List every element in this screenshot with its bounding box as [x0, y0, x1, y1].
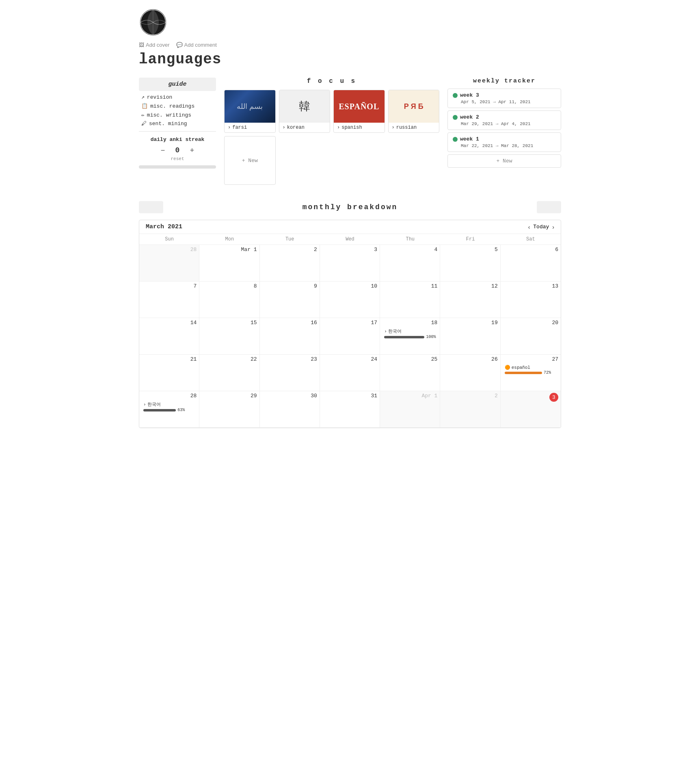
russian-chevron-icon: ›	[392, 125, 395, 130]
calendar-wrapper: March 2021 ‹ Today › Sun Mon Tue Wed Thu…	[139, 220, 561, 428]
event-korean-28[interactable]: › 한국어 63%	[142, 401, 197, 413]
week3-dates: Apr 5, 2021 → Apr 11, 2021	[461, 100, 556, 104]
cal-cell-8[interactable]: 8	[199, 281, 259, 318]
farsi-image	[225, 90, 275, 123]
spanish-bar-27	[505, 372, 542, 374]
cal-cell-mar1[interactable]: Mar 1	[199, 245, 259, 281]
streak-reset[interactable]: reset	[139, 156, 216, 161]
cal-cell-13[interactable]: 13	[501, 281, 561, 318]
today-button[interactable]: Today	[533, 224, 549, 230]
focus-card-spanish[interactable]: ESPAÑOL › spanish	[333, 90, 385, 133]
cal-cell-2[interactable]: 2	[260, 245, 320, 281]
streak-decrement-button[interactable]: −	[158, 146, 167, 155]
sidebar-item-sent-mining[interactable]: 🖊 sent. mining	[139, 119, 216, 128]
date-19: 19	[443, 320, 497, 326]
date-20: 20	[503, 320, 558, 326]
day-header-fri: Fri	[440, 234, 500, 245]
cal-cell-25[interactable]: 25	[380, 355, 440, 391]
cal-cell-24[interactable]: 24	[320, 355, 380, 391]
russian-label: › russian	[389, 123, 439, 132]
mining-icon: 🖊	[141, 121, 147, 127]
cal-cell-11[interactable]: 11	[380, 281, 440, 318]
date-apr3: 3	[549, 393, 558, 402]
calendar-row-3: 14 15 16 17 18 › 한국어	[139, 318, 561, 355]
cal-cell-21[interactable]: 21	[139, 355, 199, 391]
cal-cell-3[interactable]: 3	[320, 245, 380, 281]
date-30: 30	[262, 393, 317, 399]
day-header-mon: Mon	[199, 234, 259, 245]
cal-cell-20[interactable]: 20	[501, 318, 561, 355]
date-6-w1: 6	[503, 247, 558, 253]
cal-cell-apr2[interactable]: 2	[440, 391, 500, 428]
cal-cell-30[interactable]: 30	[260, 391, 320, 428]
cal-cell-28-feb[interactable]: 28	[139, 245, 199, 281]
tracker-new-button[interactable]: + New	[447, 154, 561, 168]
readings-icon: 📋	[141, 103, 148, 109]
cal-cell-16[interactable]: 16	[260, 318, 320, 355]
cal-cell-26[interactable]: 26	[440, 355, 500, 391]
focus-new-button[interactable]: + New	[224, 136, 276, 185]
cal-cell-31[interactable]: 31	[320, 391, 380, 428]
cal-cell-22[interactable]: 22	[199, 355, 259, 391]
cal-cell-23[interactable]: 23	[260, 355, 320, 391]
cal-cell-14[interactable]: 14	[139, 318, 199, 355]
cal-cell-15[interactable]: 15	[199, 318, 259, 355]
focus-card-farsi[interactable]: › farsi	[224, 90, 276, 133]
cal-cell-12[interactable]: 12	[440, 281, 500, 318]
add-cover-button[interactable]: 🖼 Add cover	[139, 42, 170, 48]
russian-image: Р Я Б	[389, 90, 439, 123]
cal-cell-4[interactable]: 4	[380, 245, 440, 281]
cal-cell-19[interactable]: 19	[440, 318, 500, 355]
section-next-button[interactable]	[537, 201, 561, 213]
cal-next-button[interactable]: ›	[552, 224, 554, 230]
cal-cell-6[interactable]: 6	[501, 245, 561, 281]
cal-cell-10[interactable]: 10	[320, 281, 380, 318]
cal-cell-apr1[interactable]: Apr 1	[380, 391, 440, 428]
cal-cell-9[interactable]: 9	[260, 281, 320, 318]
date-28-feb: 28	[142, 247, 197, 253]
cal-cell-27[interactable]: 27 🟠 español 72%	[501, 355, 561, 391]
cal-cell-apr3[interactable]: 3	[501, 391, 561, 428]
event-korean-18[interactable]: › 한국어 100%	[382, 327, 437, 340]
section-prev-button[interactable]	[139, 201, 163, 213]
korean-event-icon-18: ›	[384, 329, 387, 334]
focus-area: f o c u s › farsi 韓 ›	[224, 78, 439, 185]
korean-pct-28: 63%	[177, 408, 185, 412]
calendar-row-1: 28 Mar 1 2 3 4 5 6	[139, 245, 561, 281]
sidebar-item-misc-writings[interactable]: ✏️ misc. writings	[139, 110, 216, 119]
calendar-section: monthly breakdown March 2021 ‹ Today › S…	[139, 201, 561, 428]
cal-cell-17[interactable]: 17	[320, 318, 380, 355]
farsi-chevron-icon: ›	[228, 125, 231, 130]
comment-icon: 💬	[176, 42, 183, 48]
cal-cell-18[interactable]: 18 › 한국어 100%	[380, 318, 440, 355]
korean-event-label-28: 한국어	[147, 401, 161, 407]
korean-event-icon-28: ›	[143, 402, 146, 407]
sidebar-item-revision[interactable]: ↗ revision	[139, 93, 216, 102]
tracker-week-3[interactable]: week 3 Apr 5, 2021 → Apr 11, 2021	[447, 89, 561, 108]
cal-cell-29[interactable]: 29	[199, 391, 259, 428]
cal-cell-7[interactable]: 7	[139, 281, 199, 318]
date-25: 25	[382, 356, 437, 362]
streak-bar	[139, 165, 216, 169]
date-11: 11	[382, 283, 437, 289]
sidebar-item-misc-readings[interactable]: 📋 misc. readings	[139, 102, 216, 110]
add-comment-button[interactable]: 💬 Add comment	[176, 42, 217, 48]
streak-increment-button[interactable]: +	[188, 146, 197, 155]
weekly-tracker: weekly tracker week 3 Apr 5, 2021 → Apr …	[447, 78, 561, 185]
date-apr1: Apr 1	[382, 393, 437, 399]
cal-prev-button[interactable]: ‹	[528, 224, 530, 230]
focus-card-korean[interactable]: 韓 › korean	[279, 90, 331, 133]
tracker-week-2[interactable]: week 2 Mar 29, 2021 → Apr 4, 2021	[447, 110, 561, 130]
date-10: 10	[322, 283, 377, 289]
date-18: 18	[382, 320, 437, 326]
date-8: 8	[202, 283, 257, 289]
focus-card-russian[interactable]: Р Я Б › russian	[388, 90, 440, 133]
week3-label: week 3	[460, 92, 479, 98]
cal-cell-28-mar[interactable]: 28 › 한국어 63%	[139, 391, 199, 428]
date-28-mar: 28	[142, 393, 197, 399]
tracker-week-1[interactable]: week 1 Mar 22, 2021 → Mar 28, 2021	[447, 132, 561, 152]
date-13: 13	[503, 283, 558, 289]
week2-label: week 2	[460, 114, 479, 120]
event-spanish-27[interactable]: 🟠 español 72%	[503, 364, 558, 376]
cal-cell-5[interactable]: 5	[440, 245, 500, 281]
